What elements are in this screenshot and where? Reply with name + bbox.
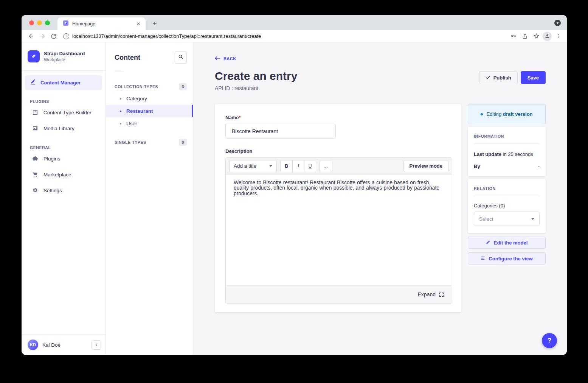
browser-menu-icon[interactable]: [553, 31, 563, 41]
collection-type-user[interactable]: User: [106, 117, 193, 130]
single-types-header: SINGLE TYPES 0: [106, 137, 193, 148]
sidebar-item-marketplace[interactable]: Marketplace: [22, 167, 105, 182]
puzzle-icon: [32, 156, 38, 162]
strapi-logo-icon: [28, 50, 40, 62]
browser-tab[interactable]: Homepage ✕: [57, 17, 146, 30]
new-tab-button[interactable]: +: [149, 19, 160, 29]
check-icon: [486, 75, 490, 81]
name-input[interactable]: [225, 124, 336, 139]
reload-icon[interactable]: [49, 31, 59, 41]
browser-toolbar: i localhost:1337/admin/content-manager/c…: [22, 30, 567, 42]
site-info-icon[interactable]: i: [63, 33, 69, 39]
divider: [474, 196, 540, 196]
collection-type-label: Restaurant: [126, 108, 153, 114]
sidebar-item-label: Media Library: [43, 126, 74, 131]
sidebar-item-label: Plugins: [43, 156, 60, 162]
edit-model-label: Edit the model: [494, 240, 528, 246]
minimize-window-button[interactable]: [37, 20, 42, 25]
sidebar-item-content-manager[interactable]: Content Manager: [25, 75, 102, 90]
sidebar-item-media-library[interactable]: Media Library: [22, 120, 105, 136]
password-key-icon[interactable]: [509, 31, 518, 41]
image-icon: [32, 125, 38, 131]
collection-type-category[interactable]: Category: [106, 92, 193, 105]
collection-types-label: COLLECTION TYPES: [115, 84, 158, 89]
user-avatar[interactable]: KD: [28, 339, 38, 350]
description-field-label: Description: [225, 148, 451, 154]
description-text: Welcome to Biscotte restaurant! Restaura…: [234, 180, 444, 196]
help-button[interactable]: ?: [542, 333, 557, 348]
sidebar-item-settings[interactable]: Settings: [22, 182, 105, 198]
sidebar-item-label: Content-Type Builder: [43, 110, 92, 115]
save-button[interactable]: Save: [521, 71, 546, 84]
section-label: PLUGINS: [22, 99, 105, 104]
entry-form-card: Name* Description Add a title B: [215, 104, 461, 312]
sidebar-section-plugins: PLUGINS Content-Type Builder Media Libra…: [22, 99, 105, 136]
information-label: INFORMATION: [474, 134, 540, 139]
url-bar[interactable]: i localhost:1337/admin/content-manager/c…: [60, 31, 507, 41]
sidebar-item-plugins[interactable]: Plugins: [22, 151, 105, 167]
tab-close-icon[interactable]: ✕: [135, 20, 142, 27]
desktop: Homepage ✕ + ▼ i localhost:1337/admin/co…: [0, 0, 588, 383]
expand-icon[interactable]: [439, 292, 444, 297]
workspace-title: Strapi Dashboard: [44, 51, 85, 56]
bookmark-star-icon[interactable]: [531, 31, 541, 41]
entry-side-rail: Editing draft version INFORMATION Last u…: [468, 104, 546, 312]
more-options-button[interactable]: ...: [320, 160, 332, 172]
browser-update-icon[interactable]: ▼: [554, 20, 561, 26]
draft-prefix: Editing: [486, 111, 501, 117]
share-icon[interactable]: [520, 31, 530, 41]
back-nav-icon[interactable]: [26, 31, 36, 41]
sidebar-item-label: Marketplace: [43, 172, 71, 177]
draft-status-box: Editing draft version: [468, 104, 546, 124]
chevron-down-icon: [269, 165, 272, 167]
browser-window: Homepage ✕ + ▼ i localhost:1337/admin/co…: [22, 15, 567, 355]
by-line: By -: [474, 163, 540, 169]
browser-tab-strip: Homepage ✕ + ▼: [22, 15, 567, 30]
sidebar-item-label: Content Manager: [40, 80, 81, 86]
bullet-icon: [120, 111, 121, 112]
required-asterisk: *: [239, 115, 240, 120]
strapi-admin-app: Strapi Dashboard Workplace Content Manag…: [22, 42, 567, 355]
strapi-favicon-icon: [63, 20, 69, 28]
by-value: -: [538, 163, 540, 169]
pen-icon: [30, 79, 36, 86]
configure-view-button[interactable]: Configure the view: [468, 252, 546, 265]
collection-types-header: COLLECTION TYPES 3: [106, 81, 193, 92]
bold-button[interactable]: B: [281, 160, 292, 172]
user-name: Kai Doe: [42, 342, 87, 348]
select-placeholder: Select: [479, 216, 493, 222]
italic-button[interactable]: I: [292, 160, 304, 172]
underline-button[interactable]: U: [304, 160, 316, 172]
information-card: INFORMATION Last update in 25 seconds By…: [468, 127, 546, 176]
sidebar-item-content-type-builder[interactable]: Content-Type Builder: [22, 104, 105, 120]
forward-nav-icon[interactable]: [37, 31, 47, 41]
by-label: By: [474, 163, 480, 169]
single-count-badge: 0: [179, 139, 187, 146]
title-select-value: Add a title: [234, 163, 256, 169]
workspace-brand[interactable]: Strapi Dashboard Workplace: [22, 42, 105, 71]
back-link[interactable]: BACK: [215, 55, 546, 62]
window-controls: [29, 20, 50, 25]
search-icon: [178, 54, 183, 61]
zoom-window-button[interactable]: [45, 20, 50, 25]
divider: [474, 143, 540, 144]
categories-select[interactable]: Select: [474, 212, 540, 226]
close-window-button[interactable]: [29, 20, 34, 25]
status-dot-icon: [481, 113, 483, 115]
rich-text-editor: Add a title B I U ... Preview mode: [225, 157, 452, 304]
relation-card: RELATION Categories (0) Select: [468, 179, 546, 233]
name-label-text: Name: [225, 115, 239, 120]
search-button[interactable]: [175, 51, 187, 64]
publish-button[interactable]: Publish: [479, 71, 518, 84]
title-style-select[interactable]: Add a title: [229, 160, 277, 172]
collapse-sidebar-button[interactable]: [92, 340, 101, 350]
collection-type-restaurant[interactable]: Restaurant: [106, 105, 193, 117]
preview-mode-button[interactable]: Preview mode: [403, 160, 448, 172]
cart-icon: [32, 171, 38, 177]
chevron-down-icon: [531, 218, 534, 220]
configure-view-label: Configure the view: [489, 256, 532, 262]
description-textarea[interactable]: Welcome to Biscotte restaurant! Restaura…: [226, 174, 452, 285]
browser-profile-avatar[interactable]: [543, 32, 552, 41]
edit-model-button[interactable]: Edit the model: [468, 237, 546, 249]
gear-icon: [32, 187, 38, 193]
